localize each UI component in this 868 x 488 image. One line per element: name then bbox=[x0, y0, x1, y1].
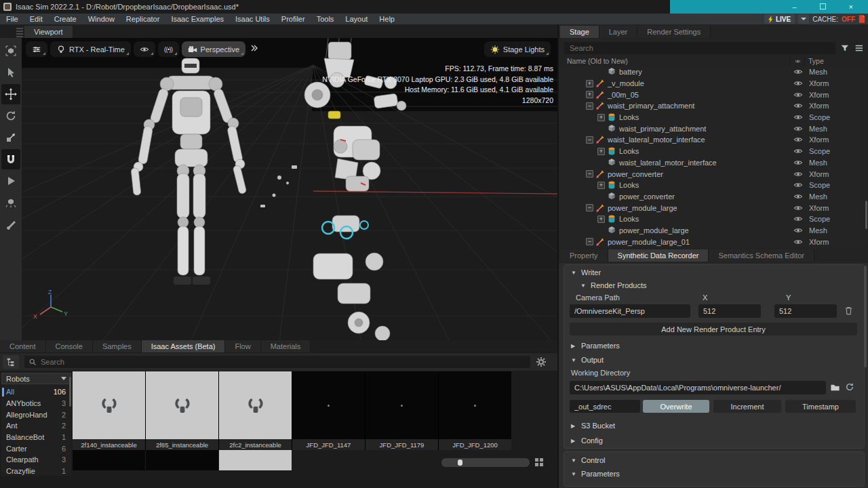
collapse-arrow-icon[interactable]: ▶ bbox=[571, 343, 577, 349]
menu-window[interactable]: Window bbox=[88, 15, 115, 23]
category-balancebot[interactable]: BalanceBot1 bbox=[1, 432, 71, 443]
stage-tree-row[interactable]: power_converterMesh bbox=[559, 191, 865, 203]
asset-tile[interactable]: 2f85_instanceable bbox=[146, 371, 218, 450]
delete-entry-button[interactable] bbox=[842, 304, 854, 317]
menu-help[interactable]: Help bbox=[379, 15, 395, 23]
tab-isaac-assets-beta-[interactable]: Isaac Assets (Beta) bbox=[142, 340, 226, 352]
section-render-products[interactable]: ▼ Render Products bbox=[580, 281, 647, 289]
expand-toggle-icon[interactable]: + bbox=[597, 148, 605, 155]
column-name[interactable]: Name (Old to New) bbox=[567, 57, 628, 65]
section-writer[interactable]: ▼ Writer bbox=[571, 268, 601, 277]
stage-tree-row[interactable]: power_module_largeMesh bbox=[559, 225, 865, 237]
expand-toggle-icon[interactable]: − bbox=[586, 136, 593, 144]
menu-icon[interactable] bbox=[854, 43, 864, 53]
stage-tree-row[interactable]: +LooksScope bbox=[559, 247, 865, 248]
output-prefix-input[interactable] bbox=[570, 400, 640, 413]
category-anybotics[interactable]: ANYbotics3 bbox=[1, 398, 71, 409]
expand-toggle-icon[interactable]: + bbox=[586, 80, 593, 87]
asset-thumb-partial[interactable] bbox=[146, 450, 218, 470]
asset-thumbnail[interactable] bbox=[73, 371, 145, 439]
stage-tree-row[interactable]: −waist_primary_attachmentXform bbox=[559, 100, 865, 112]
collapse-arrow-icon[interactable]: ▼ bbox=[571, 471, 577, 477]
section-control-parameters[interactable]: ▼ Parameters bbox=[571, 470, 620, 478]
menu-replicator[interactable]: Replicator bbox=[126, 15, 160, 23]
minimize-icon[interactable]: – bbox=[792, 0, 796, 14]
close-icon[interactable]: × bbox=[849, 0, 853, 14]
slider-thumb[interactable] bbox=[458, 460, 462, 466]
visibility-eye-icon[interactable] bbox=[793, 192, 803, 201]
menu-layout[interactable]: Layout bbox=[345, 15, 368, 23]
audio-options-button[interactable]: ((•)) bbox=[158, 41, 179, 57]
camera-selector[interactable]: Perspective bbox=[182, 41, 245, 57]
asset-tile[interactable]: 2fc2_instanceable bbox=[219, 371, 292, 450]
asset-tile[interactable]: JFD_JFD_1200 bbox=[439, 371, 511, 450]
tool-paint-brush[interactable] bbox=[1, 214, 20, 235]
visibility-eye-icon[interactable] bbox=[793, 214, 803, 224]
visibility-eye-icon[interactable] bbox=[793, 124, 803, 134]
category-all[interactable]: All106 bbox=[1, 386, 71, 398]
property-scrollbar[interactable] bbox=[864, 266, 867, 367]
tree-view-toggle-button[interactable] bbox=[3, 355, 19, 369]
visibility-eye-icon[interactable] bbox=[793, 90, 803, 100]
visibility-eye-icon[interactable] bbox=[793, 146, 803, 156]
menu-file[interactable]: File bbox=[6, 15, 18, 23]
stage-tree-row[interactable]: +_00m_05Xform bbox=[559, 89, 865, 100]
menu-isaac-examples[interactable]: Isaac Examples bbox=[171, 15, 224, 23]
asset-thumbnail[interactable] bbox=[439, 371, 511, 439]
visibility-eye-icon[interactable] bbox=[793, 135, 803, 144]
write-mode-timestamp[interactable]: Timestamp bbox=[785, 400, 856, 413]
write-mode-increment[interactable]: Increment bbox=[713, 400, 781, 413]
section-output[interactable]: ▼ Output bbox=[571, 356, 604, 364]
stage-tree-row[interactable]: +_v_moduleXform bbox=[559, 78, 865, 89]
tool-play[interactable] bbox=[1, 171, 20, 191]
asset-thumbnail[interactable] bbox=[366, 371, 438, 439]
viewport-settings-button[interactable] bbox=[26, 41, 47, 57]
asset-thumb-partial[interactable] bbox=[219, 450, 292, 470]
camera-path-input[interactable] bbox=[570, 304, 690, 318]
stage-tree-row[interactable]: +LooksScope bbox=[559, 180, 865, 191]
collapse-arrow-icon[interactable]: ▼ bbox=[580, 283, 587, 289]
expand-toggle-icon[interactable]: − bbox=[586, 170, 593, 178]
collapse-arrow-icon[interactable]: ▼ bbox=[571, 458, 577, 464]
thumbnail-size-slider[interactable] bbox=[441, 458, 530, 467]
stage-tree-row[interactable]: +LooksScope bbox=[559, 214, 865, 225]
section-parameters[interactable]: ▶ Parameters bbox=[571, 342, 620, 350]
tool-scale[interactable] bbox=[1, 127, 20, 148]
live-sync-button[interactable]: LIVE bbox=[764, 14, 795, 24]
visibility-eye-icon[interactable] bbox=[793, 226, 803, 235]
category-scrollbar[interactable] bbox=[69, 377, 71, 407]
tool-move[interactable] bbox=[1, 84, 20, 104]
category-carter[interactable]: Carter6 bbox=[1, 443, 71, 454]
chevron-down-icon[interactable] bbox=[798, 14, 809, 24]
stage-tree-row[interactable]: +LooksScope bbox=[559, 146, 865, 157]
add-render-product-button[interactable]: Add New Render Product Entry bbox=[570, 323, 857, 336]
category-dropdown[interactable]: Robots bbox=[1, 373, 71, 384]
visibility-eye-icon[interactable] bbox=[793, 101, 803, 110]
asset-thumbnail[interactable] bbox=[146, 371, 218, 439]
tab-semantics-schema-editor[interactable]: Semantics Schema Editor bbox=[709, 249, 814, 262]
expand-toggle-icon[interactable]: + bbox=[597, 216, 605, 223]
toolbar-expand-icon[interactable] bbox=[250, 44, 258, 54]
tab-render-settings[interactable]: Render Settings bbox=[637, 26, 711, 38]
browse-folder-button[interactable] bbox=[829, 381, 841, 393]
expand-toggle-icon[interactable]: + bbox=[586, 91, 593, 98]
menu-tools[interactable]: Tools bbox=[317, 15, 334, 23]
visibility-eye-icon[interactable] bbox=[793, 169, 803, 179]
tool-rotate[interactable] bbox=[1, 106, 20, 126]
tool-snap-magnet[interactable] bbox=[1, 149, 20, 169]
asset-thumb-partial[interactable] bbox=[73, 450, 145, 470]
visibility-eye-icon[interactable] bbox=[793, 113, 803, 122]
visibility-options-button[interactable] bbox=[134, 41, 155, 57]
expand-toggle-icon[interactable]: + bbox=[597, 114, 605, 121]
section-s3-bucket[interactable]: ▶ S3 Bucket bbox=[571, 422, 615, 430]
stage-tree-row[interactable]: batteryMesh bbox=[559, 66, 865, 78]
tab-layer[interactable]: Layer bbox=[599, 26, 638, 38]
expand-toggle-icon[interactable]: − bbox=[586, 238, 593, 245]
filter-icon[interactable] bbox=[840, 43, 850, 53]
visibility-eye-icon[interactable] bbox=[793, 158, 803, 167]
stage-lights-button[interactable]: Stage Lights bbox=[484, 41, 551, 57]
asset-search-input[interactable] bbox=[24, 356, 530, 368]
stage-tree-row[interactable]: +LooksScope bbox=[559, 112, 865, 123]
tab-console[interactable]: Console bbox=[46, 340, 93, 352]
working-directory-input[interactable] bbox=[570, 381, 826, 394]
